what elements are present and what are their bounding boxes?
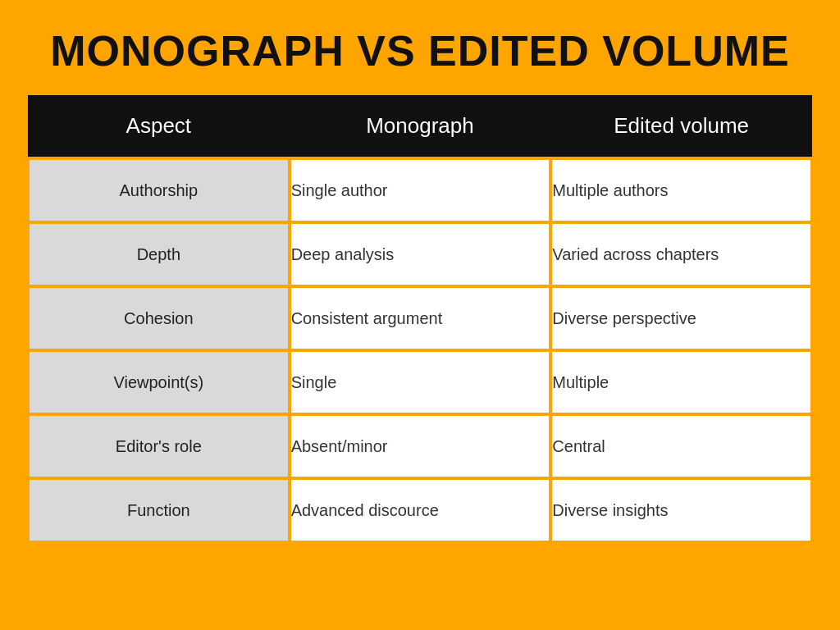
table-row: Viewpoint(s)SingleMultiple [28,350,812,414]
monograph-cell: Absent/minor [290,414,551,478]
monograph-cell: Advanced discource [290,478,551,542]
monograph-cell: Single [290,350,551,414]
header-aspect: Aspect [28,95,290,158]
edited-volume-cell: Diverse perspective [550,286,812,350]
header-monograph: Monograph [290,95,551,158]
monograph-cell: Consistent argument [290,286,551,350]
aspect-cell: Viewpoint(s) [28,350,290,414]
aspect-cell: Cohesion [28,286,290,350]
table-row: DepthDeep analysisVaried across chapters [28,222,812,286]
aspect-cell: Editor's role [28,414,290,478]
edited-volume-cell: Diverse insights [550,478,812,542]
monograph-cell: Deep analysis [290,222,551,286]
page-title: MONOGRAPH VS EDITED VOLUME [34,0,806,95]
table-row: FunctionAdvanced discourceDiverse insigh… [28,478,812,542]
comparison-table: Aspect Monograph Edited volume Authorshi… [26,95,814,544]
aspect-cell: Depth [28,222,290,286]
edited-volume-cell: Multiple [550,350,812,414]
edited-volume-cell: Varied across chapters [550,222,812,286]
edited-volume-cell: Multiple authors [550,158,812,222]
monograph-cell: Single author [290,158,551,222]
aspect-cell: Function [28,478,290,542]
table-row: CohesionConsistent argumentDiverse persp… [28,286,812,350]
aspect-cell: Authorship [28,158,290,222]
table-row: AuthorshipSingle authorMultiple authors [28,158,812,222]
edited-volume-cell: Central [550,414,812,478]
header-edited-volume: Edited volume [550,95,812,158]
table-row: Editor's roleAbsent/minorCentral [28,414,812,478]
